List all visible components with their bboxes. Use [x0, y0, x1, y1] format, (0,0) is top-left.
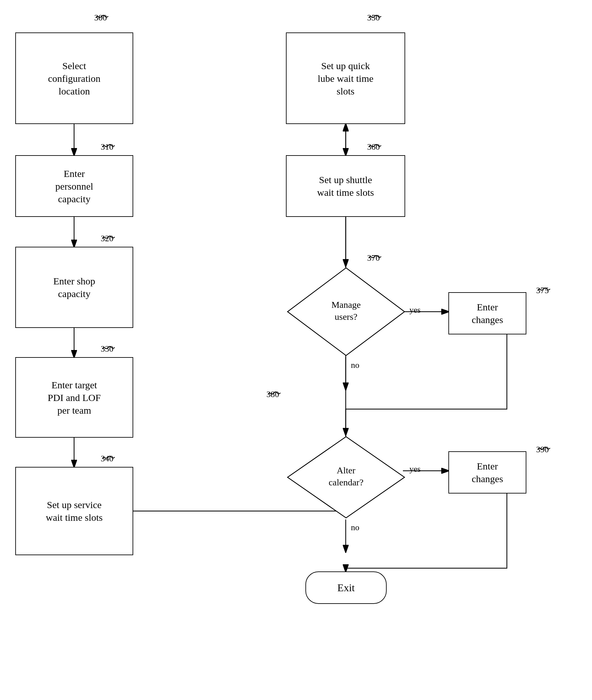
diamond-380: Alter calendar? — [286, 435, 406, 520]
box-330: Enter targetPDI and LOFper team — [15, 357, 133, 438]
label-375: 375 — [536, 286, 549, 295]
label-350: 350 — [367, 13, 380, 23]
no-label-370: no — [351, 360, 359, 370]
label-390: 390 — [536, 445, 549, 454]
label-310: 310 — [101, 142, 113, 152]
label-330: 330 — [101, 344, 113, 354]
label-370: 370 — [367, 253, 380, 263]
flowchart-diagram: 300 Selectconfigurationlocation 310 Ente… — [0, 0, 592, 700]
svg-text:Alter: Alter — [337, 465, 355, 475]
label-360: 360 — [367, 142, 380, 152]
label-300: 300 — [94, 13, 107, 23]
svg-text:users?: users? — [335, 312, 357, 322]
no-label-380: no — [351, 523, 359, 533]
label-320: 320 — [101, 234, 113, 244]
box-310: Enterpersonnelcapacity — [15, 155, 133, 217]
diamond-370: Manage users? — [286, 266, 406, 357]
box-300: Selectconfigurationlocation — [15, 33, 133, 124]
box-360: Set up shuttlewait time slots — [286, 155, 405, 217]
yes-label-370: yes — [409, 305, 421, 315]
box-390: Enterchanges — [448, 451, 526, 493]
svg-text:calendar?: calendar? — [329, 477, 363, 487]
exit-terminal: Exit — [305, 572, 387, 604]
yes-label-380: yes — [409, 464, 421, 474]
svg-text:Manage: Manage — [332, 300, 361, 310]
label-340: 340 — [101, 454, 113, 464]
label-380: 380 — [266, 390, 279, 399]
box-375: Enterchanges — [448, 292, 526, 334]
box-350: Set up quicklube wait timeslots — [286, 33, 405, 124]
box-320: Enter shopcapacity — [15, 247, 133, 328]
box-340: Set up servicewait time slots — [15, 467, 133, 555]
